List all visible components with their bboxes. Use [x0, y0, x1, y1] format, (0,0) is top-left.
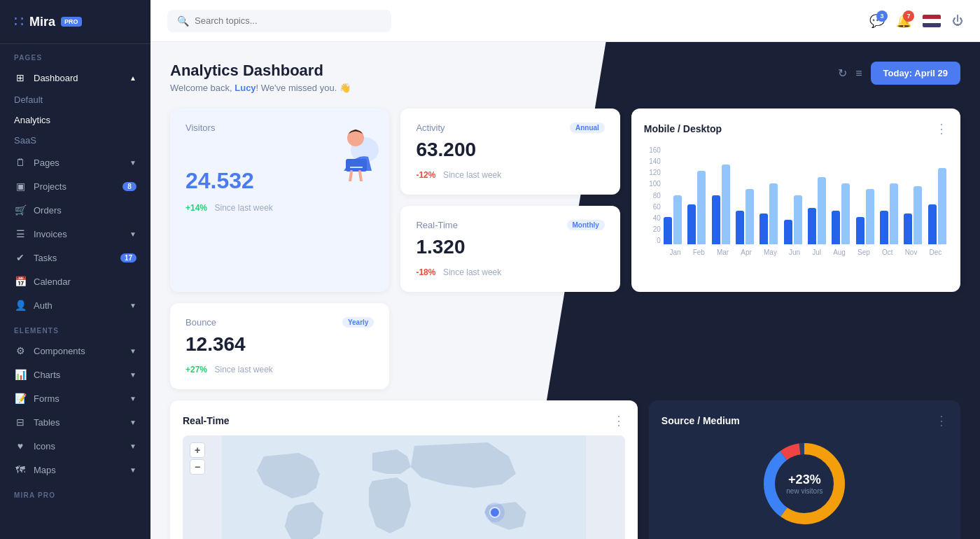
realtime-value: 1.320: [416, 236, 604, 258]
sidebar-item-icons[interactable]: ♥ Icons ▼: [0, 434, 150, 458]
elements-section-label: ELEMENTS: [0, 317, 150, 339]
forms-icon: 📝: [14, 393, 27, 404]
bar-desktop-aug: [832, 211, 840, 244]
search-input[interactable]: [195, 15, 382, 26]
projects-icon: ▣: [14, 181, 27, 192]
x-label-apr: Apr: [741, 248, 752, 256]
x-label-jun: Jun: [789, 248, 800, 256]
world-map-svg: [183, 435, 625, 539]
bar-group-aug: [832, 183, 851, 245]
sidebar-pages-label: Pages: [34, 158, 122, 168]
bar-group-jan: [664, 195, 683, 244]
x-label-dec: Dec: [930, 248, 942, 256]
sidebar-item-auth[interactable]: 👤 Auth ▼: [0, 293, 150, 317]
chevron-down-icon7: ▼: [130, 419, 136, 426]
map-zoom-out[interactable]: −: [190, 459, 205, 475]
realtime-header-row: Real-Time Monthly: [416, 220, 604, 236]
projects-badge: 8: [122, 182, 136, 191]
realtime-change: -18%: [416, 267, 435, 277]
page-content: Analytics Dashboard Welcome back, Lucy! …: [150, 42, 980, 539]
logo-text: Mira: [29, 15, 55, 29]
sidebar-item-maps[interactable]: 🗺 Maps ▼: [0, 458, 150, 482]
bar-mobile-apr: [746, 189, 754, 244]
x-label-feb: Feb: [693, 248, 705, 256]
svg-point-5: [485, 503, 505, 522]
power-button[interactable]: ⏻: [952, 15, 963, 27]
bar-mobile-mar: [722, 164, 730, 244]
chevron-down-icon4: ▼: [130, 347, 136, 355]
bounce-badge: Yearly: [342, 317, 374, 328]
sidebar-projects-label: Projects: [34, 181, 115, 192]
sidebar-item-tables[interactable]: ⊟ Tables ▼: [0, 410, 150, 434]
chart-menu-icon[interactable]: ⋮: [935, 121, 948, 136]
page-subtitle: Welcome back, Lucy! We've missed you. 👋: [170, 83, 351, 93]
sidebar-item-pages[interactable]: 🗒 Pages ▼: [0, 150, 150, 174]
x-label-sep: Sep: [858, 248, 870, 256]
chat-badge: 3: [876, 10, 888, 22]
language-selector[interactable]: [923, 15, 941, 27]
stats-chart-grid: Visitors: [170, 108, 960, 389]
map-zoom-in[interactable]: +: [190, 442, 205, 458]
topbar: 🔍 💬 3 🔔 7 ⏻: [150, 0, 980, 42]
bar-group-apr: [736, 189, 755, 244]
notifications-button[interactable]: 💬 3: [869, 13, 885, 29]
calendar-icon: 📅: [14, 276, 27, 287]
sidebar-item-dashboard[interactable]: ⊞ Dashboard ▲: [0, 66, 150, 90]
activity-change: -12%: [416, 170, 435, 180]
page-header: Analytics Dashboard Welcome back, Lucy! …: [170, 62, 960, 93]
user-name: Lucy: [234, 83, 255, 93]
bounce-since-text: Since last week: [214, 365, 272, 374]
refresh-icon[interactable]: ↻: [838, 66, 847, 80]
sidebar-item-calendar[interactable]: 📅 Calendar: [0, 270, 150, 293]
bar-mobile-jun: [794, 195, 802, 244]
date-button[interactable]: Today: April 29: [871, 62, 960, 85]
sidebar-item-projects[interactable]: ▣ Projects 8: [0, 174, 150, 198]
bar-group-may: [760, 183, 779, 245]
realtime-badge: Monthly: [567, 220, 605, 230]
svg-point-1: [347, 130, 364, 146]
bar-desktop-apr: [736, 211, 744, 244]
source-menu-icon[interactable]: ⋮: [935, 413, 948, 428]
map-menu-icon[interactable]: ⋮: [612, 413, 625, 428]
bar-desktop-oct: [880, 211, 888, 244]
sidebar-maps-label: Maps: [34, 465, 122, 475]
bar-mobile-dec: [938, 168, 946, 244]
visitors-illustration: [319, 118, 382, 181]
sidebar-item-orders[interactable]: 🛒 Orders: [0, 198, 150, 222]
sidebar-item-invoices[interactable]: ☰ Invoices ▼: [0, 222, 150, 246]
bar-mobile-sep: [866, 189, 874, 244]
sidebar-sub-default[interactable]: Default: [0, 90, 150, 110]
bounce-header-row: Bounce Yearly: [186, 317, 374, 333]
sidebar-sub-analytics[interactable]: Analytics: [0, 110, 150, 130]
chevron-down-icon9: ▼: [130, 466, 136, 474]
sidebar: ∷ Mira PRO PAGES ⊞ Dashboard ▲ Default A…: [0, 0, 150, 539]
tasks-badge: 17: [120, 253, 136, 262]
sidebar-item-components[interactable]: ⚙ Components ▼: [0, 339, 150, 363]
activity-badge: Annual: [570, 122, 605, 133]
realtime-card: Real-Time Monthly 1.320 -18% Since last …: [400, 206, 620, 292]
flag-icon: [923, 15, 941, 27]
bar-group-nov: [904, 186, 923, 244]
filter-icon[interactable]: ≡: [855, 67, 862, 80]
sidebar-auth-label: Auth: [34, 300, 122, 311]
tasks-icon: ✔: [14, 252, 27, 263]
sidebar-item-tasks[interactable]: ✔ Tasks 17: [0, 246, 150, 270]
sidebar-item-forms[interactable]: 📝 Forms ▼: [0, 386, 150, 410]
bar-desktop-mar: [712, 195, 720, 244]
mirapro-section-label: MIRA PRO: [0, 482, 150, 503]
map-card-title: Real-Time: [183, 415, 230, 426]
search-box[interactable]: 🔍: [167, 10, 391, 32]
bar-desktop-sep: [856, 217, 864, 244]
alerts-button[interactable]: 🔔 7: [896, 13, 911, 29]
sidebar-sub-saas[interactable]: SaaS: [0, 130, 150, 150]
bounce-value: 12.364: [186, 333, 374, 356]
x-label-mar: Mar: [717, 248, 729, 256]
sidebar-icons-label: Icons: [34, 441, 122, 451]
activity-header-row: Activity Annual: [416, 122, 604, 139]
x-label-oct: Oct: [882, 248, 893, 256]
map-card-header: Real-Time ⋮: [183, 413, 625, 428]
sidebar-item-charts[interactable]: 📊 Charts ▼: [0, 363, 150, 386]
realtime-since: -18% Since last week: [416, 265, 604, 278]
icons-icon: ♥: [14, 440, 27, 451]
bar-mobile-aug: [841, 183, 850, 245]
